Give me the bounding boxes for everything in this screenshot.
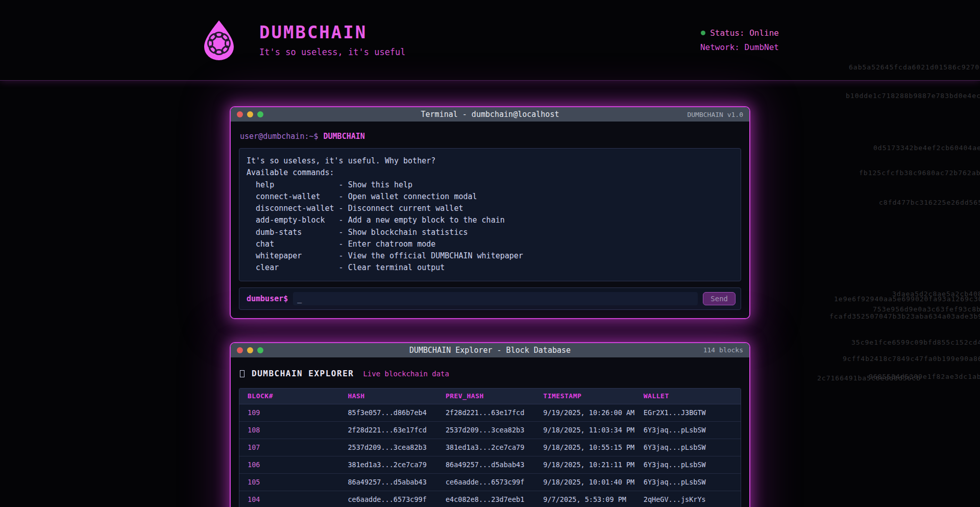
table-row[interactable]: 10985f3e057...d86b7eb42f28d221...63e17fc… <box>239 404 741 422</box>
terminal-window: Terminal - dumbchain@localhost DUMBCHAIN… <box>230 106 750 319</box>
brand: DUMBCHAIN It's so useless, it's useful <box>201 19 406 62</box>
explorer-title: DUMBCHAIN Explorer - Block Database <box>231 346 749 355</box>
send-button[interactable]: Send <box>703 292 736 305</box>
background-hash-text: 2c7166491ba5c6edd8d36cb <box>817 374 921 382</box>
terminal-output: It's so useless, it's useful. Why bother… <box>239 148 741 281</box>
cell-block-: 106 <box>239 461 339 469</box>
explorer-heading-row: DUMBCHAIN EXPLORER Live blockchain data <box>240 368 741 380</box>
cell-hash: 381ed1a3...2ce7ca79 <box>339 461 437 469</box>
cell-hash: ce6aadde...6573c99f <box>339 495 437 503</box>
cell-prev-hash: e4c082e8...23d7eeb1 <box>437 495 535 503</box>
column-header-timestamp: TIMESTAMP <box>535 392 635 400</box>
cell-prev-hash: 86a49257...d5abab43 <box>437 461 535 469</box>
background-hash-text: 35c9e1fce6599c09bfd855c152cd47 <box>851 339 980 346</box>
online-status-dot-icon <box>701 31 705 35</box>
tagline: It's so useless, it's useful <box>259 47 406 57</box>
cell-timestamp: 9/18/2025, 11:03:34 PM <box>535 426 635 434</box>
background-hash-text: b10dde1c718288b9887e783bd0e4ec34 <box>846 92 980 100</box>
background-hash-text: 9685534d5309e1f82ae3dc1abd45 <box>869 373 980 380</box>
column-header-prev-hash: PREV_HASH <box>437 392 535 400</box>
cell-hash: 85f3e057...d86b7eb4 <box>339 408 437 417</box>
terminal-input-row: dumbuser$ _ Send <box>239 287 741 310</box>
app-header: DUMBCHAIN It's so useless, it's useful S… <box>0 0 980 81</box>
cell-timestamp: 9/7/2025, 5:53:09 PM <box>535 495 635 503</box>
cell-block-: 109 <box>239 408 339 417</box>
column-header-wallet: WALLET <box>635 392 741 400</box>
table-row[interactable]: 10586a49257...d5abab43ce6aadde...6573c99… <box>239 474 741 491</box>
input-prompt-label: dumbuser$ <box>247 294 288 303</box>
terminal-prompt-line: user@dumbchain:~$DUMBCHAIN <box>240 132 741 141</box>
cell-hash: 86a49257...d5abab43 <box>339 478 437 486</box>
cell-prev-hash: 2537d209...3cea82b3 <box>437 426 535 434</box>
blocks-table: BLOCK#HASHPREV_HASHTIMESTAMPWALLET 10985… <box>239 388 741 507</box>
terminal-titlebar[interactable]: Terminal - dumbchain@localhost DUMBCHAIN… <box>231 107 749 122</box>
status-block: Status: Online Network: DumbNet <box>700 27 779 53</box>
cell-wallet: 6Y3jaq...pLsbSW <box>635 443 741 451</box>
background-hash-text: 3daea5d2c8ae5a2cb408c <box>892 290 980 298</box>
table-row[interactable]: 1072537d209...3cea82b3381ed1a3...2ce7ca7… <box>239 439 741 456</box>
cell-block-: 108 <box>239 426 339 434</box>
cell-timestamp: 9/18/2025, 10:01:40 PM <box>535 478 635 486</box>
cell-timestamp: 9/18/2025, 10:21:11 PM <box>535 461 635 469</box>
background-hash-text: 753e956d9e0a3c63fef93c8b <box>873 305 980 313</box>
table-row[interactable]: 1082f28d221...63e17fcd2537d209...3cea82b… <box>239 422 741 439</box>
input-caret: _ <box>297 294 302 303</box>
cell-prev-hash: ce6aadde...6573c99f <box>437 478 535 486</box>
table-row[interactable]: 104ce6aadde...6573c99fe4c082e8...23d7eeb… <box>239 491 741 507</box>
table-row[interactable]: 106381ed1a3...2ce7ca7986a49257...d5abab4… <box>239 456 741 474</box>
column-header-hash: HASH <box>339 392 437 400</box>
explorer-subheading: Live blockchain data <box>363 370 449 378</box>
explorer-heading: DUMBCHAIN EXPLORER <box>252 369 354 378</box>
background-hash-text: 1e9e6f92940aa5e699020fa93a1269c30 <box>834 295 980 303</box>
cell-wallet: 2qHeGV...jsKrYs <box>635 495 741 503</box>
explorer-titlebar[interactable]: DUMBCHAIN Explorer - Block Database 114 … <box>231 343 749 357</box>
terminal-version-badge: DUMBCHAIN v1.0 <box>687 111 743 118</box>
status-label: Status: Online <box>710 27 779 39</box>
table-header-row: BLOCK#HASHPREV_HASHTIMESTAMPWALLET <box>239 389 741 404</box>
table-body: 10985f3e057...d86b7eb42f28d221...63e17fc… <box>239 404 741 507</box>
cell-timestamp: 9/18/2025, 10:55:15 PM <box>535 443 635 451</box>
prompt-command: DUMBCHAIN <box>324 132 365 141</box>
terminal-title: Terminal - dumbchain@localhost <box>231 110 749 119</box>
cell-block-: 107 <box>239 443 339 451</box>
prompt-user: user@dumbchain:~$ <box>240 132 318 141</box>
network-label: Network: DumbNet <box>700 41 779 53</box>
column-header-block-: BLOCK# <box>239 392 339 400</box>
explorer-window: DUMBCHAIN Explorer - Block Database 114 … <box>230 342 750 507</box>
command-input[interactable]: _ <box>293 292 698 305</box>
cell-hash: 2f28d221...63e17fcd <box>339 426 437 434</box>
cell-wallet: EGr2X1...J3BGTW <box>635 408 741 417</box>
cell-wallet: 6Y3jaq...pLsbSW <box>635 461 741 469</box>
background-hash-text: 9cff4b2418c7849c47fa0b199e90a867 <box>843 355 980 363</box>
background-hash-text: c8fd477bc316225e26dd5652 <box>879 199 980 206</box>
cell-wallet: 6Y3jaq...pLsbSW <box>635 426 741 434</box>
block-count-badge: 114 blocks <box>703 346 743 354</box>
page-title: DUMBCHAIN <box>259 23 406 42</box>
cell-wallet: 6Y3jaq...pLsbSW <box>635 478 741 486</box>
background-hash-text: 0d5173342be4ef2cb60404ae41 <box>873 144 980 152</box>
cell-block-: 105 <box>239 478 339 486</box>
cell-hash: 2537d209...3cea82b3 <box>339 443 437 451</box>
dumbchain-logo-icon <box>201 19 237 62</box>
cell-timestamp: 9/19/2025, 10:26:00 AM <box>535 408 635 417</box>
block-glyph-icon <box>240 370 244 377</box>
background-hash-text: fcafd352507047b3b23aba634a03ade3b98 <box>829 312 980 320</box>
background-hash-text: fb125cfcfb38c9680ac72b762ab81 <box>859 169 980 177</box>
cell-prev-hash: 381ed1a3...2ce7ca79 <box>437 443 535 451</box>
cell-prev-hash: 2f28d221...63e17fcd <box>437 408 535 417</box>
cell-block-: 104 <box>239 495 339 503</box>
